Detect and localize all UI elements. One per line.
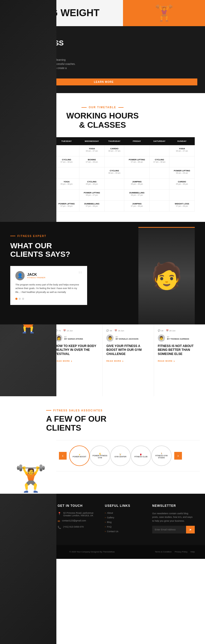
footer-copyright: © 2020 Your Company Designed By Themebit…	[69, 551, 115, 553]
footer-phone: 📞 (+01) 913-3456-070	[58, 526, 97, 529]
privacy-link[interactable]: Privacy Policy	[175, 551, 188, 553]
footer-link-faq[interactable]: FAQ	[105, 526, 145, 528]
testimonial-section: FITNESS EXPERT WHAT OUR CLIENTS SAYS? 👤 …	[0, 222, 205, 324]
world-class-section: 🏋️‍♀️ WE PROVIDE WORLD CLASS FACILITIES …	[0, 26, 205, 93]
testimonial-card: 👤 JACK FITNESS TRAINER " The program wor…	[10, 266, 87, 305]
footer-link-contact[interactable]: Contact Us	[105, 530, 145, 533]
footer-links-title: USEFUL LINKS	[105, 504, 145, 508]
comment-count-3: 💬 28	[158, 330, 163, 332]
read-more-1[interactable]: READ MORE	[55, 359, 98, 363]
blog-by-3: BY	[167, 336, 189, 338]
clients-section: FITNESS SALES ASSOCIATES A FEW OF OUR CL…	[0, 396, 205, 494]
footer-link-about[interactable]: About	[105, 512, 145, 514]
quote-icon: "	[78, 270, 82, 280]
table-header-thursday: THURSDAY	[105, 137, 124, 145]
email-icon: ✉	[58, 520, 60, 523]
footer-link-blog[interactable]: Blog	[105, 521, 145, 523]
testimonial-content: FITNESS EXPERT WHAT OUR CLIENTS SAYS? 👤 …	[10, 235, 128, 312]
blog-meta-2: 💬 98 📅 18 Jun	[106, 330, 150, 332]
trainer-placeholder: 🧑	[138, 227, 195, 324]
footer-bottom-links: Terms & Condition Privacy Policy Help	[155, 551, 195, 553]
footer-newsletter-title: NEWSLETTER	[152, 504, 195, 508]
phone-icon: 📞	[58, 526, 61, 529]
blog-post-2: 💬 98 📅 18 Jun 👨 BY BY DONALD JACKSON GIV…	[102, 324, 154, 396]
fitness-expert-tag: FITNESS EXPERT	[10, 235, 128, 237]
table-header-sunday: SUNDAY	[169, 137, 195, 145]
blog-author-2: 👨 BY BY DONALD JACKSON	[106, 334, 150, 342]
read-more-3[interactable]: READ MORE	[158, 359, 201, 363]
blog-by-2: BY	[116, 336, 138, 338]
footer-contact: GET IN TOUCH 📍 92 Princess Road, parkven…	[58, 504, 97, 535]
dot-1[interactable]	[15, 298, 17, 300]
client-logo-1: ⚡POWER BOOST	[69, 445, 90, 466]
newsletter-email-input[interactable]	[152, 526, 186, 533]
client-logo-2: 💪POWER FITNESS GYM	[90, 445, 110, 466]
newsletter-submit-button[interactable]: ➤	[186, 526, 195, 533]
blog-author-3: 👨 BY BY THOMAS GARMAN	[158, 334, 201, 342]
post-date-1: 📅 13 Jun	[63, 330, 73, 332]
hero-athlete-icon: 🏋️‍♀️	[155, 4, 174, 22]
table-header-saturday: SATURDAY	[150, 137, 169, 145]
blog-author-1: 👩 BY BY SARAH ATKINS	[55, 334, 98, 342]
footer-links: USEFUL LINKS About Gallery Blog FAQ Cont…	[105, 504, 145, 535]
terms-link[interactable]: Terms & Condition	[155, 551, 171, 553]
map-icon: 📍	[58, 512, 61, 515]
blog-author-name-2: BY DONALD JACKSON	[116, 338, 138, 340]
footer-newsletter: NEWSLETTER Our newsletters contain usefu…	[152, 504, 195, 535]
blog-avatar-2: 👨	[106, 334, 114, 342]
client-logo-4: 🥊FITNESS CLUB	[131, 445, 151, 466]
carousel-dots	[15, 298, 82, 300]
footer-contact-title: GET IN TOUCH	[58, 504, 97, 508]
clients-logos-row: ‹ ⚡POWER BOOST 💪POWER FITNESS GYM 🏋️GYM …	[56, 440, 200, 471]
newsletter-form: ➤	[152, 526, 195, 533]
table-header-wednesday: WEDNESDAY	[79, 137, 105, 145]
table-header-tuesday: TUESDAY	[54, 137, 79, 145]
clients-tag: FITNESS SALES ASSOCIATES	[46, 409, 205, 412]
post-date-3: 📅 28 Jun	[166, 330, 176, 332]
trainer-icon: 🧑	[151, 261, 183, 291]
testimonial-author: 👤 JACK FITNESS TRAINER	[15, 271, 82, 280]
blog-post-title-1: HOW TO KEEP YOUR BODY HEALTHY IN OVER TH…	[55, 344, 98, 356]
testimonial-text: The program works every part of the body…	[15, 283, 82, 294]
footer-email: ✉ contact123@gmail.com	[58, 519, 97, 523]
blog-author-name-1: BY SARAH ATKINS	[64, 338, 83, 340]
dot-3[interactable]	[22, 298, 24, 300]
blog-post-title-2: GIVE YOUR FITNESS A BOOST WITH OUR GYM C…	[106, 344, 150, 356]
testimonial-heading: WHAT OUR CLIENTS SAYS?	[10, 241, 128, 258]
person-icon: 🏋️	[15, 463, 47, 494]
blog-meta-1: 💬 74 📅 13 Jun	[55, 330, 98, 332]
blog-avatar-3: 👨	[158, 334, 165, 342]
help-link[interactable]: Help	[191, 551, 195, 553]
blog-meta-3: 💬 28 📅 28 Jun	[158, 330, 201, 332]
footer-address: 📍 92 Princess Road, parkvenue Greater Lo…	[58, 512, 97, 517]
author-name: JACK	[27, 272, 45, 276]
blog-by-1: BY	[64, 336, 83, 338]
blog-post-title-3: FITNESS IS NOT ABOUT BEING BETTER THAN S…	[158, 344, 201, 356]
table-header-friday: FRIDAY	[124, 137, 150, 145]
blog-post-3: 💬 28 📅 28 Jun 👨 BY BY THOMAS GARMAN FITN…	[154, 324, 205, 396]
read-more-2[interactable]: READ MORE	[106, 359, 150, 363]
author-avatar: 👤	[15, 271, 25, 280]
client-person: 🏋️	[10, 417, 51, 494]
clients-title: A FEW OF OUR CLIENTS	[46, 414, 205, 432]
client-logo-3: 🏋️GYM CENTER	[110, 445, 131, 466]
author-sub: FITNESS TRAINER	[27, 276, 45, 279]
slider-prev[interactable]: ‹	[59, 452, 67, 460]
blog-posts: 💬 74 📅 13 Jun 👩 BY BY SARAH ATKINS HOW T…	[51, 324, 205, 396]
comment-count-2: 💬 98	[106, 330, 112, 332]
blog-author-name-3: BY THOMAS GARMAN	[167, 338, 189, 340]
footer-link-gallery[interactable]: Gallery	[105, 516, 145, 519]
newsletter-desc: Our newsletters contain useful blog post…	[152, 512, 195, 523]
dot-2[interactable]	[19, 298, 21, 300]
post-date-2: 📅 18 Jun	[115, 330, 124, 332]
slider-next[interactable]: ›	[174, 452, 182, 460]
blog-post-1: 💬 74 📅 13 Jun 👩 BY BY SARAH ATKINS HOW T…	[51, 324, 102, 396]
client-logo-5: 🏃FITNESS GYM STUDIO	[151, 445, 172, 466]
trainer-image: 🧑	[138, 235, 195, 312]
